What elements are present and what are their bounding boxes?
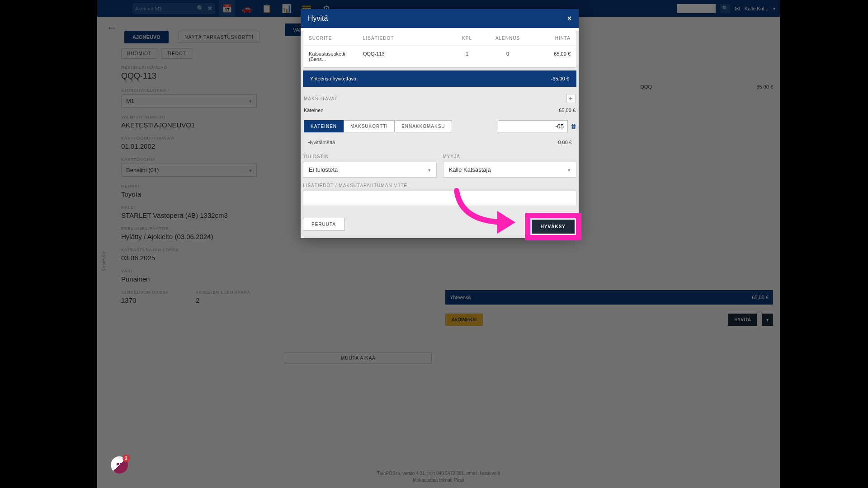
modal-body: SUORITE LISÄTIEDOT KPL ALENNUS HINTA Kat…: [301, 31, 579, 238]
modal-total-bar: Yhteensä hyvitettävä -65,00 €: [303, 70, 576, 87]
modal-table-row: Katsastuspaketti (Bens... QQQ-113 1 0 65…: [303, 46, 576, 67]
close-icon[interactable]: ×: [567, 14, 571, 23]
cell-lisa: QQQ-113: [363, 51, 449, 62]
reference-label: LISÄTIEDOT / MAKSUTAPAHTUMAN VIITE: [303, 183, 576, 188]
cell-alennus: 0: [485, 51, 530, 62]
reference-section: LISÄTIEDOT / MAKSUTAPAHTUMAN VIITE: [301, 182, 579, 212]
approve-highlight: HYVÄKSY: [525, 213, 581, 240]
widget-circle: •• 2: [111, 456, 128, 474]
selects-row: TULOSTIN Ei tulosteta MYYJÄ Kalle Katsas…: [301, 153, 579, 182]
cancel-button[interactable]: PERUUTA: [303, 218, 344, 231]
remaining-row: Hyvittämättä 0,00 €: [303, 136, 576, 149]
modal-table: SUORITE LISÄTIEDOT KPL ALENNUS HINTA Kat…: [303, 31, 576, 68]
chevron-down-icon: [428, 166, 431, 173]
widget-badge: 2: [123, 455, 130, 462]
reference-input[interactable]: [303, 191, 576, 206]
modal-footer: PERUUTA HYVÄKSY: [301, 212, 579, 238]
amount-input[interactable]: [498, 120, 568, 132]
modal-table-header: SUORITE LISÄTIEDOT KPL ALENNUS HINTA: [303, 31, 576, 46]
cell-suorite: Katsastuspaketti (Bens...: [309, 51, 363, 62]
modal-header: Hyvitä ×: [301, 9, 579, 28]
payment-methods-section: MAKSUTAVAT + Käteinen 65,00 € KÄTEINEN M…: [301, 87, 579, 153]
tab-cash[interactable]: KÄTEINEN: [304, 120, 344, 132]
payment-tabs: KÄTEINEN MAKSUKORTTI ENNAKKOMAKSU: [304, 120, 452, 132]
modal-title: Hyvitä: [308, 14, 328, 23]
seller-label: MYYJÄ: [443, 154, 577, 159]
payment-input-wrap: 🗑: [498, 120, 576, 132]
cell-hinta: 65,00 €: [530, 51, 571, 62]
cell-kpl: 1: [449, 51, 485, 62]
tab-prepay[interactable]: ENNAKKOMAKSU: [395, 120, 452, 132]
tab-card[interactable]: MAKSUKORTTI: [344, 120, 395, 132]
seller-select[interactable]: Kalle Katsastaja: [443, 162, 577, 178]
trash-icon[interactable]: 🗑: [571, 123, 576, 130]
printer-label: TULOSTIN: [303, 154, 437, 159]
payment-methods-label: MAKSUTAVAT +: [303, 91, 576, 106]
cash-row: Käteinen 65,00 €: [303, 106, 576, 115]
chevron-down-icon: [568, 166, 571, 173]
add-payment-button[interactable]: +: [566, 94, 576, 103]
printer-select[interactable]: Ei tulosteta: [303, 162, 437, 178]
approve-button[interactable]: HYVÄKSY: [530, 218, 576, 235]
floating-widget[interactable]: •• 2: [111, 456, 129, 474]
refund-modal: Hyvitä × SUORITE LISÄTIEDOT KPL ALENNUS …: [301, 9, 579, 238]
